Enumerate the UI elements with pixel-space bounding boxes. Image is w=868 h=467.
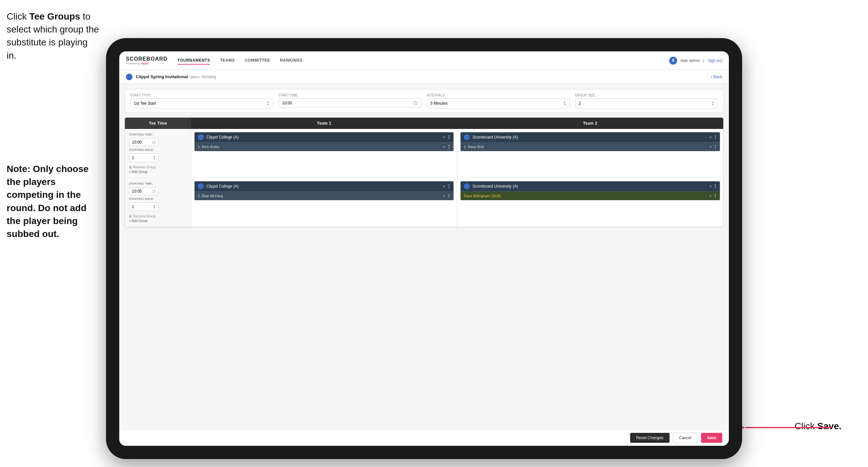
instruction-bold-tee-groups: Tee Groups (29, 11, 80, 22)
team1-icon-2 (198, 183, 204, 189)
click-save-prefix: Click (795, 421, 817, 431)
team1-card-2[interactable]: Clippd College (A) ✕ ▲▼ 2. Blair McHarg … (194, 181, 454, 200)
player-remove-1-2[interactable]: ✕ (443, 194, 445, 198)
start-type-input[interactable]: 1st Tee Start ▲▼ (130, 98, 273, 108)
starting-hole-label-1: STARTING HOLE: (129, 148, 187, 151)
team1-cell-2: Clippd College (A) ✕ ▲▼ 2. Blair McHarg … (191, 178, 457, 227)
team2-icon-1 (464, 134, 470, 140)
team2-card-1[interactable]: Scoreboard University (A) ✕ ▲▼ 1. Rees B… (461, 132, 720, 151)
admin-label: blair admin (681, 58, 700, 63)
nav-item-rankings[interactable]: RANKINGS (280, 57, 303, 65)
group-size-label: Group Size (575, 93, 718, 97)
player-row-sub: Dave Billingham (SUB) ✕ ▲▼ (461, 191, 720, 200)
team2-cell-1: Scoreboard University (A) ✕ ▲▼ 1. Rees B… (457, 129, 723, 178)
reset-changes-button[interactable]: Reset Changes (630, 433, 670, 443)
nav-items: TOURNAMENTS TEAMS COMMITTEE RANKINGS (178, 57, 670, 65)
col-tee-time: Tee Time (125, 118, 191, 129)
pipe-separator: | (703, 58, 704, 63)
tablet-frame: SCOREBOARD Powered by clippd TOURNAMENTS… (106, 38, 742, 459)
note-label: Note: Only choose the players competing … (7, 164, 89, 239)
config-group-size: Group Size 2 ▲▼ (575, 93, 718, 108)
logo-powered: Powered by clippd (126, 62, 168, 65)
col-team1: Team 1 (191, 118, 457, 129)
team1-remove-2[interactable]: ✕ (443, 184, 445, 188)
intervals-label: Intervals (427, 93, 570, 97)
save-button[interactable]: Save (701, 433, 722, 443)
team2-name-2: Scoreboard University (A) (472, 184, 706, 188)
player-row: 1. Rees Britt ✕ ▲▼ (461, 142, 720, 151)
start-time-label: Start Time (279, 93, 422, 97)
player-row: 2. Blair McHarg ✕ ▲▼ (194, 191, 454, 200)
team2-remove-2[interactable]: ✕ (709, 184, 712, 188)
breadcrumb-back[interactable]: ‹ Back (711, 75, 722, 79)
intervals-input[interactable]: 5 Minutes ▲▼ (427, 98, 570, 108)
clock-icon: 🕐 (413, 101, 418, 106)
config-start-time: Start Time 10:00 🕐 (279, 93, 422, 108)
click-save-bold: Save. (817, 421, 841, 431)
player-name-2-1: 1. Rees Britt (464, 145, 707, 149)
team1-name-1: Clippd College (A) (207, 135, 440, 140)
start-time-input[interactable]: 10:00 🕐 (279, 98, 422, 108)
team1-header-2: Clippd College (A) ✕ ▲▼ (194, 181, 454, 191)
instruction-tee-groups: Click Tee Groups to select which group t… (7, 10, 99, 62)
team1-icon-1 (198, 134, 204, 140)
logo-area: SCOREBOARD Powered by clippd (126, 56, 168, 65)
team2-header-2: Scoreboard University (A) ✕ ▲▼ (461, 181, 720, 191)
breadcrumb-hosting: Hosting (202, 74, 216, 79)
tablet-screen: SCOREBOARD Powered by clippd TOURNAMENTS… (119, 51, 729, 446)
tournament-icon (126, 74, 132, 80)
remove-group-btn-2[interactable]: 🗑 Remove Group (129, 214, 187, 218)
add-group-btn-1[interactable]: + Add Group (129, 170, 187, 174)
start-type-label: Start Type (130, 93, 273, 97)
team1-header-1: Clippd College (A) ✕ ▲▼ (194, 132, 454, 142)
cancel-button[interactable]: Cancel (673, 433, 698, 443)
tee-time-cell-2: STARTING TIME: 10:05 🕐 STARTING HOLE: 1 … (125, 178, 191, 227)
starting-time-label-1: STARTING TIME: (129, 133, 187, 136)
player-remove-2-1[interactable]: ✕ (709, 145, 712, 149)
player-remove-2-2[interactable]: ✕ (709, 194, 712, 198)
config-intervals: Intervals 5 Minutes ▲▼ (427, 93, 570, 108)
breadcrumb-badge: (Men) (190, 75, 199, 79)
team2-icon-2 (464, 183, 470, 189)
add-group-btn-2[interactable]: + Add Group (129, 219, 187, 223)
table-row: STARTING TIME: 10:00 🕐 STARTING HOLE: 1 … (125, 129, 723, 178)
player-name-1-2: 2. Blair McHarg (198, 194, 441, 198)
sign-out-link[interactable]: Sign out (708, 58, 722, 63)
team1-remove-1[interactable]: ✕ (443, 135, 445, 140)
player-name-1-1: 1. Rich Butler (198, 145, 441, 149)
start-config: Start Type 1st Tee Start ▲▼ Start Time 1… (125, 89, 723, 113)
nav-item-committee[interactable]: COMMITTEE (245, 57, 270, 65)
team2-controls-2: ✕ ▲▼ (709, 184, 717, 189)
player-row: 1. Rich Butler ✕ ▲▼ (194, 142, 454, 151)
main-content: Start Type 1st Tee Start ▲▼ Start Time 1… (119, 84, 729, 429)
col-team2: Team 2 (457, 118, 723, 129)
starting-hole-input-1[interactable]: 1 ▲▼ (129, 153, 159, 162)
click-save-instruction: Click Save. (795, 421, 841, 432)
clock-icon-2: 🕐 (152, 189, 156, 193)
starting-hole-input-2[interactable]: 1 ▲▼ (129, 203, 159, 211)
tee-actions-1: 🗑 Remove Group + Add Group (129, 166, 187, 174)
team1-controls-1: ✕ ▲▼ (443, 135, 450, 140)
player-remove-1-1[interactable]: ✕ (443, 145, 445, 149)
team1-card-1[interactable]: Clippd College (A) ✕ ▲▼ 1. Rich Butler ✕ (194, 132, 454, 151)
grid-header: Tee Time Team 1 Team 2 (125, 118, 723, 129)
nav-item-tournaments[interactable]: TOURNAMENTS (178, 57, 210, 65)
starting-time-input-1[interactable]: 10:00 🕐 (129, 138, 159, 146)
team2-card-2[interactable]: Scoreboard University (A) ✕ ▲▼ Dave Bill… (461, 181, 720, 200)
note-instruction: Note: Only choose the players competing … (7, 163, 99, 240)
team2-remove-1[interactable]: ✕ (709, 135, 712, 140)
config-start-type: Start Type 1st Tee Start ▲▼ (130, 93, 273, 108)
team1-name-2: Clippd College (A) (207, 184, 440, 188)
starting-hole-label-2: STARTING HOLE: (129, 197, 187, 201)
team1-cell-1: Clippd College (A) ✕ ▲▼ 1. Rich Butler ✕ (191, 129, 457, 178)
nav-item-teams[interactable]: TEAMS (220, 57, 235, 65)
team2-name-1: Scoreboard University (A) (472, 135, 706, 140)
tee-time-cell-1: STARTING TIME: 10:00 🕐 STARTING HOLE: 1 … (125, 129, 191, 178)
starting-time-input-2[interactable]: 10:05 🕐 (129, 187, 159, 195)
group-size-input[interactable]: 2 ▲▼ (575, 98, 718, 108)
logo-scoreboard: SCOREBOARD (126, 56, 168, 62)
remove-group-btn-1[interactable]: 🗑 Remove Group (129, 166, 187, 169)
clock-icon-1: 🕐 (152, 141, 156, 144)
breadcrumb-bar: Clippd Spring Invitational (Men) Hosting… (119, 70, 729, 84)
navbar: SCOREBOARD Powered by clippd TOURNAMENTS… (119, 51, 729, 70)
